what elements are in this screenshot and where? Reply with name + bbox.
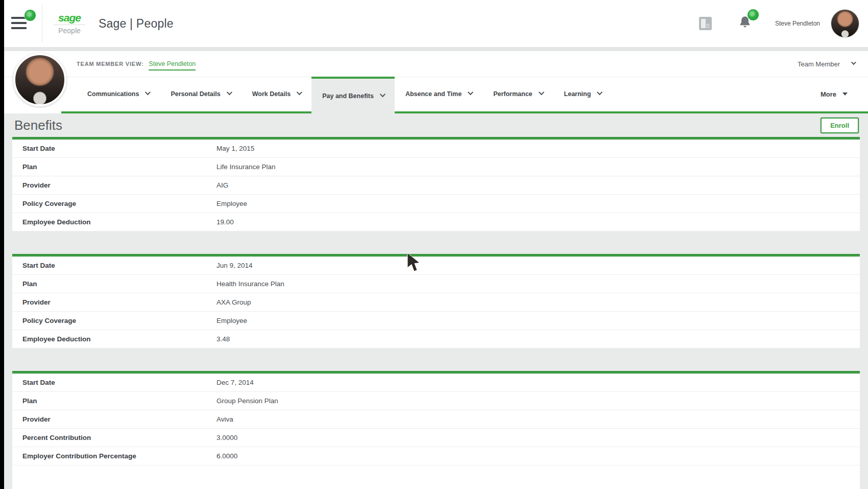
tab-label: Communications [87,90,139,98]
tab-pay-and-benefits[interactable]: Pay and Benefits [311,77,395,113]
user-avatar[interactable] [831,10,859,37]
page-title: Benefits [12,118,62,133]
team-member-view-label: TEAM MEMBER VIEW: [77,61,143,67]
field-row: ProviderAIG [12,176,860,195]
field-value: Health Insurance Plan [216,280,284,288]
chevron-down-icon [297,89,302,95]
header-right-cluster: Steve Pendleton [699,10,859,37]
field-label: Employer Contribution Percentage [12,452,216,460]
field-value: 6.0000 [216,452,237,460]
tab-more[interactable]: More [821,77,868,111]
chevron-down-icon [226,89,232,95]
tab-communications[interactable]: Communications [77,77,160,111]
benefit-card: Start DateDec 7, 2014PlanGroup Pension P… [12,371,860,489]
benefits-page: Benefits Enroll Start DateMay 1, 2015Pla… [4,113,868,489]
card-filler [12,465,860,489]
field-label: Employee Deduction [12,335,216,343]
tab-label: Learning [564,90,591,98]
benefit-card: Start DateMay 1, 2015PlanLife Insurance … [12,137,860,231]
hamburger-menu-icon[interactable] [11,16,33,31]
member-view-row: TEAM MEMBER VIEW: Steve Pendleton Team M… [4,51,868,77]
sage-people-app: sage People Sage | People Steve Pendleto… [4,0,868,489]
field-label: Start Date [12,262,216,269]
field-value: AXA Group [216,298,251,306]
tab-personal-details[interactable]: Personal Details [160,77,241,111]
field-value: Jun 9, 2014 [216,262,253,269]
chevron-down-icon [851,60,856,65]
field-label: Policy Coverage [12,317,216,324]
header-gap [4,47,868,51]
field-row: Policy CoverageEmployee [12,195,860,213]
field-label: Employee Deduction [12,218,216,226]
tab-absence-and-time[interactable]: Absence and Time [395,77,483,111]
logo-sub-text: People [54,25,85,35]
menu-notification-badge [25,10,36,21]
header-divider [42,5,42,42]
logo-brand-text: sage [54,12,85,24]
tab-label: Work Details [252,90,291,98]
more-tab-label: More [821,90,836,98]
tab-work-details[interactable]: Work Details [242,77,312,111]
field-value: Aviva [216,415,233,423]
chevron-down-icon [468,89,473,95]
header-user-name[interactable]: Steve Pendleton [775,20,820,27]
role-selector-dropdown[interactable]: Team Member [798,60,855,68]
field-value: 3.48 [216,335,230,343]
tab-label: Performance [493,90,532,98]
chevron-down-icon [538,89,544,95]
chevron-down-icon [380,91,385,97]
tab-list: CommunicationsPersonal DetailsWork Detai… [77,77,612,113]
chevron-down-icon [597,89,602,95]
field-row: PlanGroup Pension Plan [12,392,860,410]
tabs-accent-line [61,111,868,113]
field-row: Start DateDec 7, 2014 [12,374,860,392]
calendar-icon[interactable] [699,17,712,30]
field-row: ProviderAviva [12,410,860,429]
field-row: Employee Deduction3.48 [12,330,860,348]
tab-label: Pay and Benefits [322,92,374,100]
field-label: Start Date [12,145,216,152]
field-value: Dec 7, 2014 [216,379,254,386]
field-value: Employee [216,317,247,324]
field-row: ProviderAXA Group [12,293,860,312]
member-avatar[interactable] [13,53,66,106]
field-row: PlanLife Insurance Plan [12,158,860,176]
field-row: Percent Contribution3.0000 [12,429,860,447]
enroll-button[interactable]: Enroll [821,118,859,133]
benefit-card-list: Start DateMay 1, 2015PlanLife Insurance … [12,137,860,489]
field-label: Provider [12,181,216,189]
field-value: AIG [216,181,228,189]
field-label: Policy Coverage [12,200,216,207]
field-value: Group Pension Plan [216,397,278,405]
notifications-button[interactable] [738,15,752,32]
team-member-name-link[interactable]: Steve Pendleton [149,60,196,71]
field-value: Life Insurance Plan [216,163,276,171]
field-label: Percent Contribution [12,434,216,441]
field-value: May 1, 2015 [216,145,254,152]
benefit-card: Start DateJun 9, 2014PlanHealth Insuranc… [12,254,860,348]
field-row: PlanHealth Insurance Plan [12,275,860,293]
field-row: Employee Deduction19.00 [12,213,860,231]
field-row: Employer Contribution Percentage6.0000 [12,447,860,465]
team-member-bar: TEAM MEMBER VIEW: Steve Pendleton Team M… [4,51,868,113]
field-label: Start Date [12,379,216,386]
field-value: Employee [216,200,247,207]
field-label: Provider [12,415,216,423]
field-value: 19.00 [216,218,234,226]
top-header: sage People Sage | People Steve Pendleto… [4,0,868,47]
field-row: Policy CoverageEmployee [12,312,860,330]
sage-people-logo[interactable]: sage People [54,12,85,35]
tab-label: Absence and Time [405,90,462,98]
field-value: 3.0000 [216,434,237,441]
app-title: Sage | People [99,17,174,31]
app-window: sage People Sage | People Steve Pendleto… [0,0,868,489]
triangle-down-icon [842,92,848,96]
role-selector-label: Team Member [798,60,840,68]
tab-learning[interactable]: Learning [553,77,612,111]
bell-notification-badge [748,9,759,20]
field-label: Plan [12,280,216,288]
letterbox-strip [0,0,4,489]
tab-label: Personal Details [171,90,220,98]
tab-performance[interactable]: Performance [483,77,553,111]
chevron-down-icon [145,89,151,95]
